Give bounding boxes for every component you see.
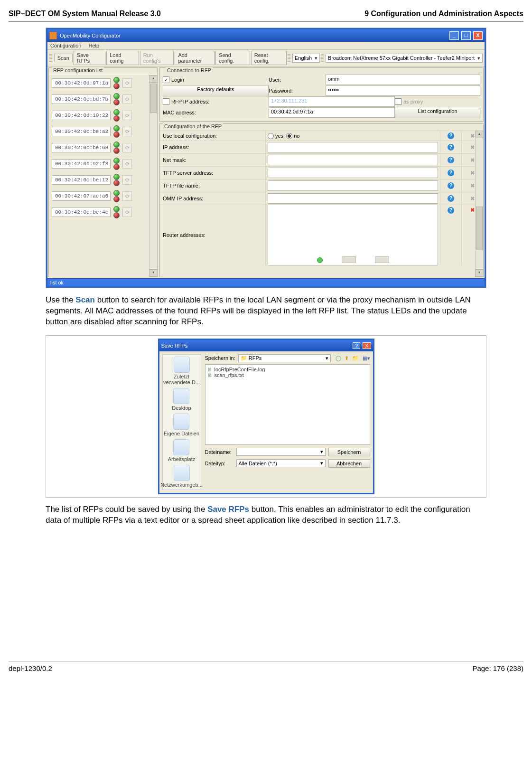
filename-input[interactable]: ▾	[236, 448, 326, 456]
use-local-yes-radio[interactable]	[268, 133, 274, 139]
save-button[interactable]: Speichern	[328, 448, 370, 456]
help-icon[interactable]: ?	[448, 170, 454, 176]
rfp-row[interactable]: 00:30:42:0c:bd:7b⟳	[49, 91, 157, 107]
rfp-list-title: RFP configuration list	[52, 67, 104, 73]
filetype-select[interactable]: Alle Dateien (*.*)▾	[236, 459, 326, 467]
router-slot[interactable]	[375, 256, 389, 263]
header-left: SIP–DECT OM System Manual Release 3.0	[9, 9, 161, 18]
mac-input[interactable]: 00:30:42:0d:97:1a	[269, 107, 395, 118]
router-slot[interactable]	[342, 256, 356, 263]
cancel-button[interactable]: Abbrechen	[328, 459, 370, 468]
refresh-icon[interactable]: ⟳	[122, 143, 132, 152]
rfp-ip-checkbox[interactable]	[163, 98, 169, 105]
config-scrollbar[interactable]: ▴▾	[475, 131, 483, 277]
factory-defaults-button[interactable]: Factory defaults	[163, 85, 269, 96]
filename-label: Dateiname:	[205, 449, 233, 455]
user-input[interactable]: omm	[326, 75, 480, 85]
place-network[interactable]: Netzwerkumgeb...	[160, 465, 203, 488]
rfp-row[interactable]: 00:30:42:0d:10:22⟳	[49, 107, 157, 123]
new-folder-icon[interactable]: 📁	[352, 355, 359, 361]
led-green-icon	[113, 158, 120, 164]
load-config-button[interactable]: Load config	[106, 51, 139, 65]
led-red-icon	[113, 196, 120, 202]
refresh-icon[interactable]: ⟳	[122, 94, 132, 104]
refresh-icon[interactable]: ⟳	[122, 127, 132, 136]
place-recent[interactable]: Zuletzt verwendete D...	[163, 357, 201, 385]
language-select[interactable]: English▾	[292, 54, 320, 63]
omm-ip-input[interactable]	[268, 193, 438, 204]
maximize-button[interactable]: □	[461, 31, 471, 40]
help-icon[interactable]: ?	[448, 132, 454, 139]
rfp-list-panel: RFP configuration list 00:30:42:0d:97:1a…	[48, 67, 158, 277]
led-red-icon	[113, 212, 120, 218]
rfp-row[interactable]: 00:30:42:0c:be:12⟳	[49, 172, 157, 188]
back-icon[interactable]: ◯	[336, 355, 341, 361]
rfp-row[interactable]: 00:30:42:0c:be:68⟳	[49, 140, 157, 156]
refresh-icon[interactable]: ⟳	[122, 159, 132, 169]
place-mydocs[interactable]: Eigene Dateien	[164, 414, 199, 436]
dialog-title: Save RFPs	[161, 343, 188, 349]
nic-select[interactable]: Broadcom NetXtreme 57xx Gigabit Controll…	[326, 54, 483, 63]
refresh-icon[interactable]: ⟳	[122, 191, 132, 201]
row-tftp-server: TFTP server address: ? ✖	[160, 166, 483, 179]
dialog-help-button[interactable]: ?	[353, 342, 360, 349]
login-checkbox[interactable]	[163, 76, 169, 83]
save-rfps-button[interactable]: Save RFPs	[74, 51, 105, 65]
views-icon[interactable]: ▦▾	[363, 355, 370, 361]
list-configuration-button[interactable]: List configuration	[395, 107, 480, 118]
add-router-icon[interactable]	[317, 257, 323, 263]
file-item[interactable]: scan_rfps.txt	[207, 372, 368, 378]
status-bar: list ok	[47, 278, 485, 286]
tftp-server-input[interactable]	[268, 168, 438, 178]
window-title: OpenMobility Configurator	[60, 33, 121, 38]
figure-save-dialog: Save RFPs ? X Zuletzt verwendete D... De…	[46, 335, 486, 498]
add-parameter-button[interactable]: Add parameter	[175, 51, 215, 65]
toolbar-handle	[321, 53, 324, 63]
ip-input[interactable]	[268, 142, 438, 152]
place-desktop[interactable]: Desktop	[172, 388, 191, 411]
rfp-row[interactable]: 00:30:42:0c:be:a2⟳	[49, 123, 157, 140]
run-configs-button: Run config's	[140, 51, 174, 65]
scan-button[interactable]: Scan	[54, 54, 73, 62]
dialog-close-button[interactable]: X	[363, 342, 371, 349]
reset-config-button[interactable]: Reset config.	[251, 51, 287, 65]
configurator-window: OpenMobility Configurator _ □ X Configur…	[46, 28, 486, 288]
up-icon[interactable]: ⬆	[345, 355, 349, 361]
rfp-row[interactable]: 00:30:42:0c:be:4c⟳	[49, 204, 157, 220]
use-local-no-radio[interactable]	[286, 133, 292, 139]
right-panel: Connection to RFP Login User: omm Factor…	[159, 67, 484, 277]
led-green-icon	[113, 174, 120, 180]
help-icon[interactable]: ?	[448, 182, 454, 189]
rfp-row[interactable]: 00:30:42:07:ac:a6⟳	[49, 188, 157, 204]
menu-configuration[interactable]: Configuration	[50, 43, 81, 48]
connection-title: Connection to RFP	[166, 67, 213, 73]
minimize-button[interactable]: _	[449, 31, 459, 40]
password-input[interactable]: ••••••	[326, 85, 480, 96]
refresh-icon[interactable]: ⟳	[122, 208, 132, 217]
netmask-input[interactable]	[268, 155, 438, 165]
help-icon[interactable]: ?	[448, 195, 454, 202]
file-item[interactable]: locRfpPreConfFile.log	[207, 367, 368, 372]
menubar: Configuration Help	[47, 42, 485, 50]
router-input[interactable]	[268, 205, 438, 265]
place-computer[interactable]: Arbeitsplatz	[168, 439, 195, 462]
help-icon[interactable]: ?	[448, 207, 454, 214]
refresh-icon[interactable]: ⟳	[122, 175, 132, 185]
rfp-row[interactable]: 00:30:42:0d:97:1a⟳	[49, 75, 157, 91]
rfp-row[interactable]: 00:30:42:0b:92:f3⟳	[49, 156, 157, 172]
rfp-list-scrollbar[interactable]: ▴▾	[149, 75, 157, 277]
menu-help[interactable]: Help	[89, 43, 100, 48]
help-icon[interactable]: ?	[448, 157, 454, 163]
folder-select[interactable]: 📁 RFPs▾	[238, 354, 331, 362]
refresh-icon[interactable]: ⟳	[122, 111, 132, 120]
file-list[interactable]: locRfpPreConfFile.log scan_rfps.txt	[205, 364, 370, 445]
refresh-icon[interactable]: ⟳	[122, 78, 132, 88]
tftp-file-input[interactable]	[268, 180, 438, 191]
send-config-button[interactable]: Send config.	[215, 51, 250, 65]
page-header: SIP–DECT OM System Manual Release 3.0 9 …	[9, 9, 523, 22]
rfp-ip-input: 172.30.111.231	[269, 96, 395, 107]
led-red-icon	[113, 83, 120, 89]
help-icon[interactable]: ?	[448, 144, 454, 151]
close-button[interactable]: X	[473, 31, 483, 40]
delete-icon[interactable]: ✖	[470, 207, 475, 213]
